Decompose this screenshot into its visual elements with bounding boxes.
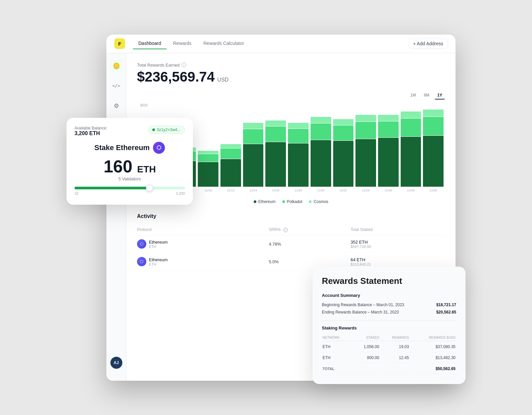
rewards-statement-title: Rewards Statement (322, 276, 456, 286)
rs-network: ETH (323, 342, 352, 352)
rs-staked: 1,056.00 (352, 342, 379, 352)
tab-rewards-calculator[interactable]: Rewards Calculator (198, 38, 249, 49)
bar-segment-polkadot (198, 154, 218, 162)
col-srr: SRR% ⓘ (269, 225, 350, 235)
sidebar-settings-icon[interactable]: ⚙ (110, 100, 122, 112)
x-label: 11/10 (198, 189, 218, 197)
x-label: 11/30 (423, 189, 444, 197)
protocol-sub: ETH (149, 245, 168, 249)
bar-segment-cosmos (265, 120, 286, 126)
staking-rewards-table: NETWORK STAKED REWARDS REWARDS $USD ETH … (322, 334, 456, 375)
avatar[interactable]: AJ (110, 357, 122, 369)
activity-title: Activity (137, 213, 445, 219)
x-label: 11/16 (265, 189, 286, 197)
ending-balance-amount: $20,562.65 (436, 310, 456, 314)
address-pill[interactable]: 0z1y2×3w4... (148, 126, 185, 134)
x-label: 11/28 (401, 189, 421, 197)
sidebar-code-icon[interactable]: </> (110, 80, 122, 92)
slider-thumb[interactable] (146, 184, 153, 192)
slider-labels: 32 3,200 (74, 191, 185, 195)
bar-segment-polkadot (423, 117, 444, 135)
chart-header: 1M 6M 1Y (137, 92, 445, 100)
ending-balance-row: Ending Rewards Balance – March 31, 2023 … (322, 309, 456, 316)
bar-segment-cosmos (423, 109, 444, 117)
bar-segment-ethereum (243, 144, 264, 186)
bar-segment-ethereum (265, 142, 286, 186)
validators-label: 5 Validators (74, 176, 185, 181)
currency-label: USD (217, 77, 229, 83)
x-label: 11/26 (378, 189, 399, 197)
bar-group (220, 104, 241, 187)
x-label: 11/14 (243, 189, 264, 197)
info-icon: i (182, 63, 186, 67)
nav-bar: F Dashboard Rewards Rewards Calculator +… (106, 35, 456, 53)
protocol-cell: ⬡ Ethereum ETH (137, 257, 269, 266)
staking-rewards-title: Staking Rewards (322, 325, 456, 330)
chart-bars-area (152, 104, 445, 187)
x-label: 11/24 (355, 189, 376, 197)
slider-max: 3,200 (176, 191, 185, 195)
sidebar-coins-icon[interactable]: 🪙 (110, 60, 122, 72)
bar-segment-ethereum (378, 138, 399, 186)
bar-segment-ethereum (355, 139, 376, 186)
tab-rewards[interactable]: Rewards (168, 38, 197, 49)
bar-segment-ethereum (423, 136, 444, 186)
legend-polkadot-dot (282, 200, 285, 203)
staked-amount: 352 ETH (351, 240, 445, 245)
legend-cosmos: Cosmos (309, 199, 328, 204)
protocol-name: Ethereum (149, 257, 168, 262)
time-filter-1y[interactable]: 1Y (435, 92, 445, 100)
bar-group (311, 104, 331, 187)
x-label: 11/12 (220, 189, 241, 197)
rs-col-staked: STAKED (352, 334, 379, 341)
rs-col-network: NETWORK (323, 334, 352, 341)
bar-segment-cosmos (243, 123, 264, 129)
time-filter-6m[interactable]: 6M (421, 92, 432, 100)
bar-segment-polkadot (265, 126, 286, 142)
bar-segment-cosmos (220, 144, 241, 148)
total-row: TOTAL $50,562.65 (323, 364, 456, 374)
logo-badge: F (114, 38, 125, 49)
list-item: ETH 1,056.00 19.03 $37,080.35 (323, 342, 456, 352)
beginning-balance-amount: $18,721.17 (436, 303, 456, 307)
ending-balance-label: Ending Rewards Balance – March 31, 2023 (322, 310, 399, 314)
stake-title: Stake Ethereum ⬡ (74, 142, 185, 154)
chart-x-labels: 11/611/811/1011/1211/1411/1611/1811/2011… (152, 189, 445, 197)
rs-network: ETH (323, 353, 352, 363)
address-dot (152, 128, 155, 131)
time-filter-1m[interactable]: 1M (408, 92, 419, 100)
stake-card: Available Balance: 3,200 ETH 0z1y2×3w4..… (66, 118, 193, 205)
bar-group (423, 104, 444, 187)
bar-group (198, 104, 218, 187)
protocol-name: Ethereum (149, 240, 168, 245)
bar-group (355, 104, 376, 187)
bar-segment-ethereum (220, 159, 241, 187)
x-label: 11/18 (288, 189, 309, 197)
rs-col-rewards: REWARDS (380, 334, 409, 341)
bar-group (265, 104, 286, 187)
rs-staked: 800.00 (352, 353, 379, 363)
slider-container[interactable]: 32 3,200 (74, 187, 185, 195)
stake-card-header: Available Balance: 3,200 ETH 0z1y2×3w4..… (74, 126, 185, 136)
bar-segment-cosmos (333, 119, 354, 125)
eth-icon: ⬡ (137, 239, 146, 249)
activity-table: Protocol SRR% ⓘ Total Staked ⬡ (137, 225, 445, 271)
bar-segment-polkadot (333, 125, 354, 141)
table-row: ⬡ Ethereum ETH 4.78% 352 ETH $597,720.00 (137, 235, 445, 253)
legend-cosmos-dot (309, 200, 312, 203)
rs-rewards-usd: $37,080.35 (410, 342, 456, 352)
add-address-button[interactable]: + Add Address (409, 39, 448, 49)
divider (322, 320, 456, 321)
bar-group (288, 104, 309, 187)
protocol-cell: ⬡ Ethereum ETH (137, 239, 269, 249)
balance-amount: 3,200 ETH (74, 130, 107, 136)
tab-dashboard[interactable]: Dashboard (133, 38, 167, 49)
eth-unit: ETH (137, 164, 156, 174)
bar-group (243, 104, 264, 187)
rs-rewards: 12.45 (380, 353, 409, 363)
sidebar: 🪙 </> ⚙ AJ (106, 53, 126, 381)
balance-info: Available Balance: 3,200 ETH (74, 126, 107, 136)
total-label: TOTAL (323, 364, 352, 374)
bar-segment-ethereum (198, 162, 218, 187)
account-summary-title: Account Summary (322, 293, 456, 298)
